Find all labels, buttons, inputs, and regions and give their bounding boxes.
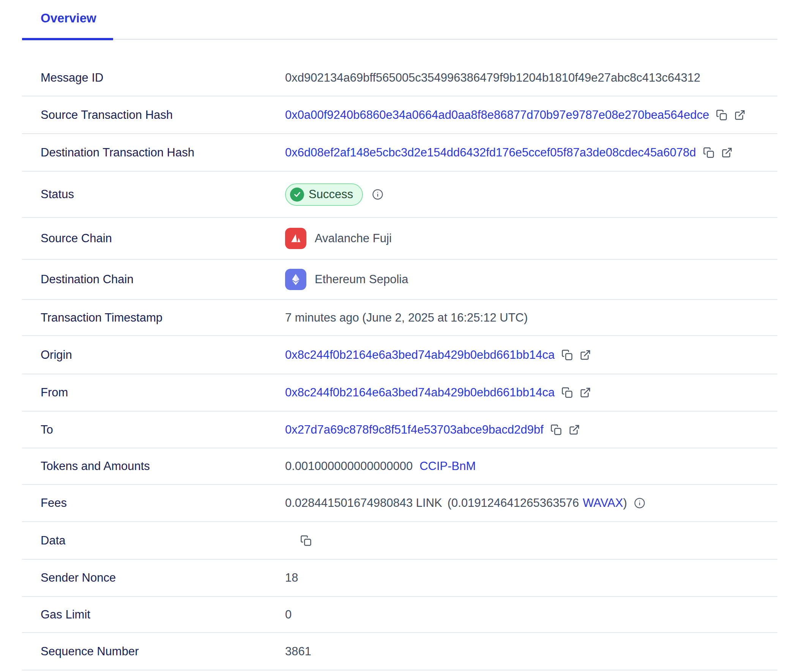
details-table: Message ID 0xd902134a69bff565005c3549963… xyxy=(22,60,777,670)
timestamp-value: 7 minutes ago (June 2, 2025 at 16:25:12 … xyxy=(285,311,528,325)
copy-icon[interactable] xyxy=(703,147,714,158)
row-sender-nonce: Sender Nonce 18 xyxy=(22,560,777,597)
info-icon[interactable] xyxy=(372,189,383,200)
copy-icon[interactable] xyxy=(300,535,312,546)
field-label: Source Transaction Hash xyxy=(22,108,285,122)
row-source-chain: Source Chain Avalanche Fuji xyxy=(22,218,777,260)
row-status: Status Success xyxy=(22,172,777,218)
chain-name: Avalanche Fuji xyxy=(315,232,392,245)
info-icon[interactable] xyxy=(634,497,645,509)
status-text: Success xyxy=(309,188,353,201)
field-label: Destination Chain xyxy=(22,273,285,286)
field-label: From xyxy=(22,386,285,399)
row-to: To 0x27d7a69c878f9c8f51f4e53703abce9bacd… xyxy=(22,412,777,448)
avalanche-logo-icon xyxy=(285,228,306,249)
field-label: Status xyxy=(22,188,285,201)
dest-tx-hash-link[interactable]: 0x6d08ef2af148e5cbc3d2e154dd6432fd176e5c… xyxy=(285,146,696,159)
field-label: Source Chain xyxy=(22,232,285,245)
copy-icon[interactable] xyxy=(716,109,727,121)
row-tokens-amounts: Tokens and Amounts 0.001000000000000000 … xyxy=(22,448,777,485)
copy-icon[interactable] xyxy=(561,387,573,398)
external-link-icon[interactable] xyxy=(721,147,733,158)
row-origin: Origin 0x8c244f0b2164e6a3bed74ab429b0ebd… xyxy=(22,336,777,374)
active-tab-indicator xyxy=(22,38,113,40)
from-address-link[interactable]: 0x8c244f0b2164e6a3bed74ab429b0ebd661bb14… xyxy=(285,386,555,399)
row-dest-tx-hash: Destination Transaction Hash 0x6d08ef2af… xyxy=(22,134,777,172)
overview-panel: Overview Message ID 0xd902134a69bff56500… xyxy=(22,0,777,670)
to-address-link[interactable]: 0x27d7a69c878f9c8f51f4e53703abce9bacd2d9… xyxy=(285,423,544,437)
row-data: Data xyxy=(22,522,777,560)
token-amount: 0.001000000000000000 xyxy=(285,459,413,473)
copy-icon[interactable] xyxy=(561,349,573,361)
external-link-icon[interactable] xyxy=(580,349,591,361)
origin-address-link[interactable]: 0x8c244f0b2164e6a3bed74ab429b0ebd661bb14… xyxy=(285,348,555,362)
row-source-tx-hash: Source Transaction Hash 0x0a00f9240b6860… xyxy=(22,96,777,134)
row-gas-limit: Gas Limit 0 xyxy=(22,597,777,633)
field-label: Origin xyxy=(22,348,285,362)
sequence-number-value: 3861 xyxy=(285,645,311,658)
field-label: Sender Nonce xyxy=(22,571,285,585)
fees-token-link[interactable]: WAVAX xyxy=(583,496,623,510)
copy-icon[interactable] xyxy=(550,424,562,435)
tab-bar: Overview xyxy=(22,0,777,40)
field-label: Destination Transaction Hash xyxy=(22,146,285,159)
field-label: Message ID xyxy=(22,71,285,85)
field-label: Transaction Timestamp xyxy=(22,311,285,325)
dest-chain-value: Ethereum Sepolia xyxy=(285,269,408,290)
field-label: To xyxy=(22,423,285,437)
gas-limit-value: 0 xyxy=(285,608,292,622)
row-dest-chain: Destination Chain Ethereum Sepolia xyxy=(22,260,777,300)
fees-secondary-amount: (0.019124641265363576 xyxy=(448,496,579,510)
check-icon xyxy=(290,188,304,202)
row-message-id: Message ID 0xd902134a69bff565005c3549963… xyxy=(22,60,777,96)
status-badge: Success xyxy=(285,183,363,206)
message-id-value: 0xd902134a69bff565005c354996386479f9b120… xyxy=(285,71,700,85)
row-sequence-number: Sequence Number 3861 xyxy=(22,633,777,670)
field-label: Data xyxy=(22,534,285,547)
row-timestamp: Transaction Timestamp 7 minutes ago (Jun… xyxy=(22,300,777,336)
token-link[interactable]: CCIP-BnM xyxy=(419,459,476,473)
tab-overview[interactable]: Overview xyxy=(41,11,96,26)
field-label: Sequence Number xyxy=(22,645,285,658)
source-chain-value: Avalanche Fuji xyxy=(285,228,392,249)
field-label: Tokens and Amounts xyxy=(22,459,285,473)
field-label: Gas Limit xyxy=(22,608,285,622)
ethereum-logo-icon xyxy=(285,269,306,290)
row-fees: Fees 0.028441501674980843 LINK (0.019124… xyxy=(22,485,777,522)
sender-nonce-value: 18 xyxy=(285,571,298,585)
field-label: Fees xyxy=(22,496,285,510)
chain-name: Ethereum Sepolia xyxy=(315,273,408,286)
fees-primary: 0.028441501674980843 LINK xyxy=(285,496,442,510)
external-link-icon[interactable] xyxy=(580,387,591,398)
fees-secondary-close: ) xyxy=(623,496,627,510)
external-link-icon[interactable] xyxy=(569,424,580,435)
source-tx-hash-link[interactable]: 0x0a00f9240b6860e34a0664ad0aa8f8e86877d7… xyxy=(285,108,709,122)
row-from: From 0x8c244f0b2164e6a3bed74ab429b0ebd66… xyxy=(22,374,777,412)
external-link-icon[interactable] xyxy=(734,109,746,121)
